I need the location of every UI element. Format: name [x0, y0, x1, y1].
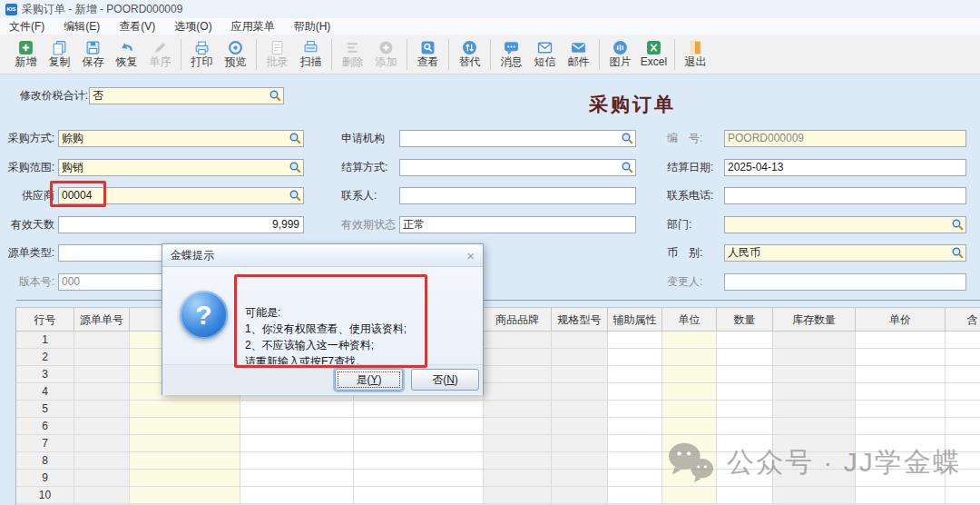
field-settle-method[interactable]: [399, 159, 636, 176]
table-cell[interactable]: [484, 349, 552, 366]
table-cell[interactable]: [608, 452, 662, 470]
table-cell[interactable]: [484, 366, 552, 383]
field-settle-date[interactable]: 2025-04-13: [724, 159, 966, 176]
table-cell[interactable]: [354, 401, 484, 418]
table-cell[interactable]: [354, 452, 484, 470]
field-apply-org[interactable]: [399, 130, 636, 147]
lookup-magnifier-icon[interactable]: [621, 132, 634, 145]
table-cell[interactable]: [608, 401, 662, 418]
table-cell[interactable]: [552, 366, 608, 383]
lookup-magnifier-icon[interactable]: [289, 189, 302, 203]
table-cell[interactable]: [856, 487, 946, 504]
toolbar-mail-button[interactable]: 邮件: [562, 40, 595, 68]
table-cell[interactable]: [773, 332, 856, 349]
lookup-magnifier-icon[interactable]: [951, 218, 965, 232]
table-cell[interactable]: [74, 418, 130, 435]
table-cell[interactable]: [484, 418, 552, 435]
table-cell[interactable]: [717, 418, 773, 435]
toolbar-restore-button[interactable]: 恢复: [110, 40, 143, 68]
toolbar-lookup-button[interactable]: 查看: [411, 40, 445, 68]
toolbar-exit-button[interactable]: 退出: [679, 40, 712, 68]
table-cell[interactable]: [662, 487, 717, 504]
table-cell[interactable]: [608, 470, 662, 487]
field-valid-days[interactable]: 9,999: [58, 216, 304, 233]
table-cell[interactable]: [74, 435, 130, 452]
table-cell[interactable]: [552, 332, 608, 349]
row-number-cell[interactable]: 8: [16, 452, 74, 470]
table-cell[interactable]: [354, 418, 484, 435]
row-number-cell[interactable]: 3: [16, 366, 74, 383]
table-cell[interactable]: [130, 470, 240, 487]
table-cell[interactable]: [240, 487, 354, 504]
table-cell[interactable]: [74, 332, 130, 349]
close-icon[interactable]: ×: [466, 249, 475, 262]
table-cell[interactable]: [856, 332, 946, 349]
table-cell[interactable]: [717, 401, 773, 418]
table-cell[interactable]: [354, 470, 484, 487]
no-button[interactable]: 否(N): [411, 369, 479, 391]
row-number-cell[interactable]: 2: [16, 349, 74, 366]
table-cell[interactable]: [74, 349, 130, 366]
table-cell[interactable]: [74, 487, 130, 504]
table-cell[interactable]: [608, 418, 662, 435]
lookup-magnifier-icon[interactable]: [951, 246, 965, 260]
table-cell[interactable]: [946, 418, 980, 435]
menu-item-edit[interactable]: 编辑(E): [64, 19, 100, 35]
field-bill-no[interactable]: POORD000009: [724, 130, 966, 147]
table-cell[interactable]: [773, 366, 856, 383]
table-cell[interactable]: [74, 401, 130, 418]
row-number-cell[interactable]: 5: [16, 401, 74, 418]
toolbar-scan-button[interactable]: 扫描: [294, 40, 328, 68]
menu-item-file[interactable]: 文件(F): [9, 19, 44, 35]
table-cell[interactable]: [773, 383, 856, 401]
table-cell[interactable]: [773, 401, 856, 418]
table-cell[interactable]: [717, 366, 773, 383]
lookup-magnifier-icon[interactable]: [269, 89, 282, 103]
table-cell[interactable]: [717, 383, 773, 401]
table-cell[interactable]: [662, 383, 717, 401]
table-cell[interactable]: [856, 401, 946, 418]
table-cell[interactable]: [354, 487, 484, 504]
table-cell[interactable]: [608, 435, 662, 452]
table-cell[interactable]: [856, 366, 946, 383]
table-cell[interactable]: [717, 332, 773, 349]
menu-item-options[interactable]: 选项(O): [174, 19, 211, 35]
table-cell[interactable]: [130, 401, 240, 418]
table-cell[interactable]: [130, 487, 240, 504]
table-cell[interactable]: [662, 366, 717, 383]
table-cell[interactable]: [946, 383, 980, 401]
row-number-cell[interactable]: 4: [16, 383, 74, 401]
row-number-cell[interactable]: 1: [16, 332, 74, 349]
table-cell[interactable]: [608, 349, 662, 366]
row-number-cell[interactable]: 10: [16, 487, 74, 504]
toolbar-message-button[interactable]: 消息: [495, 40, 528, 68]
table-cell[interactable]: [773, 349, 856, 366]
toolbar-sms-button[interactable]: 短信: [528, 40, 562, 68]
table-cell[interactable]: [484, 487, 552, 504]
table-cell[interactable]: [946, 332, 980, 349]
table-cell[interactable]: [130, 435, 240, 452]
table-cell[interactable]: [130, 418, 240, 435]
table-cell[interactable]: [240, 418, 354, 435]
field-contact[interactable]: [399, 187, 636, 204]
field-modify-total[interactable]: 否: [89, 87, 284, 104]
row-number-cell[interactable]: 6: [16, 418, 74, 435]
table-cell[interactable]: [946, 487, 980, 504]
table-cell[interactable]: [130, 452, 240, 470]
table-cell[interactable]: [552, 401, 608, 418]
yes-button[interactable]: 是(Y): [335, 369, 403, 391]
field-changer[interactable]: [724, 273, 966, 291]
toolbar-preview-button[interactable]: 预览: [219, 40, 252, 68]
table-cell[interactable]: [552, 452, 608, 470]
table-cell[interactable]: [552, 470, 608, 487]
table-cell[interactable]: [240, 470, 354, 487]
table-cell[interactable]: [240, 435, 354, 452]
toolbar-new-button[interactable]: 新增: [9, 40, 43, 68]
table-cell[interactable]: [484, 401, 552, 418]
table-cell[interactable]: [946, 349, 980, 366]
table-cell[interactable]: [773, 487, 856, 504]
field-department[interactable]: [724, 216, 966, 233]
table-cell[interactable]: [856, 383, 946, 401]
table-cell[interactable]: [74, 470, 130, 487]
table-cell[interactable]: [240, 401, 354, 418]
